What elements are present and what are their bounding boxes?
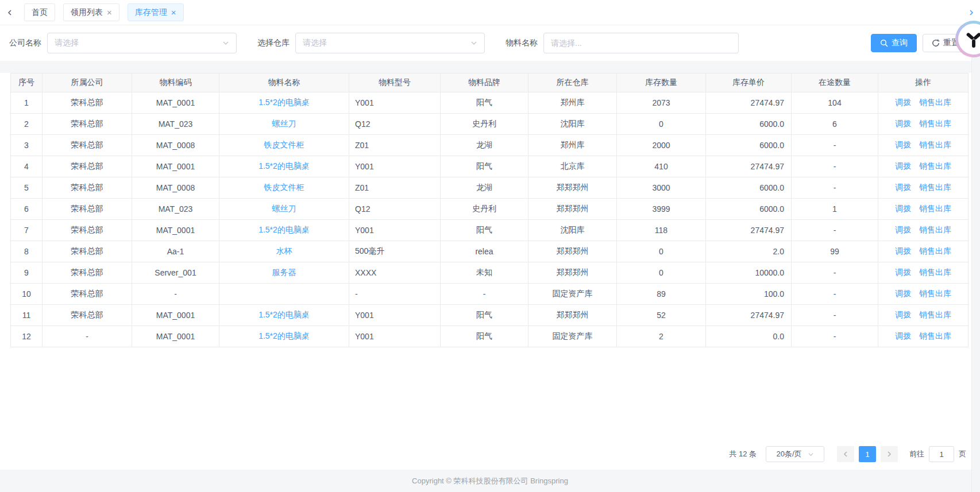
- prev-page-button[interactable]: [837, 446, 854, 462]
- sales-outbound-link[interactable]: 销售出库: [919, 119, 951, 128]
- cell-material-name: 水杯: [219, 241, 349, 262]
- sales-outbound-link[interactable]: 销售出库: [919, 310, 951, 319]
- cell-material-code: MAT_0008: [132, 135, 219, 156]
- material-name-link[interactable]: 1.5*2的电脑桌: [258, 225, 310, 234]
- cell-transit-qty: -: [792, 156, 878, 177]
- cell-transit-qty: 99: [792, 241, 878, 262]
- cell-warehouse: 郑郑郑州: [528, 241, 617, 262]
- cell-company: 荣科总部: [43, 92, 132, 114]
- cell-index: 7: [11, 220, 43, 241]
- cell-unit-price: 6000.0: [706, 135, 792, 156]
- warehouse-filter-group: 选择仓库 请选择: [257, 33, 485, 53]
- cell-company: 荣科总部: [43, 241, 132, 262]
- cell-stock-qty: 89: [617, 284, 706, 305]
- filter-bar: 公司名称 请选择 选择仓库 请选择 物料名称 查询 重置: [0, 25, 980, 61]
- cell-material-model: -: [349, 284, 441, 305]
- sales-outbound-link[interactable]: 销售出库: [919, 246, 951, 255]
- chevron-left-icon: [6, 9, 13, 16]
- page-size-select[interactable]: 20条/页: [766, 446, 824, 462]
- tab-scroll-left-button[interactable]: [3, 4, 16, 21]
- cell-stock-qty: 2: [617, 326, 706, 347]
- table-row: 6荣科总部MAT_023螺丝刀Q12史丹利郑郑郑州39996000.01调拨销售…: [11, 199, 969, 220]
- sales-outbound-link[interactable]: 销售出库: [919, 161, 951, 171]
- cell-index: 1: [11, 92, 43, 114]
- material-name-link[interactable]: 水杯: [276, 246, 292, 255]
- transfer-link[interactable]: 调拨: [895, 268, 911, 277]
- cell-material-code: MAT_023: [132, 199, 219, 220]
- tab-scroll-right-button[interactable]: [965, 4, 978, 21]
- cell-material-brand: 未知: [441, 262, 528, 284]
- column-header-warehouse: 所在仓库: [528, 73, 617, 92]
- material-name-input[interactable]: [543, 33, 739, 53]
- transfer-link[interactable]: 调拨: [895, 161, 911, 171]
- current-page-button[interactable]: 1: [859, 446, 876, 462]
- table-header-row: 序号所属公司物料编码物料名称物料型号物料品牌所在仓库库存数量库存单价在途数量操作: [11, 73, 969, 92]
- cell-material-brand: -: [441, 284, 528, 305]
- cell-index: 10: [11, 284, 43, 305]
- cell-stock-qty: 0: [617, 262, 706, 284]
- material-name-link[interactable]: 1.5*2的电脑桌: [258, 331, 310, 340]
- cell-stock-qty: 3999: [617, 199, 706, 220]
- goto-page-input[interactable]: [929, 446, 954, 462]
- transfer-link[interactable]: 调拨: [895, 183, 911, 192]
- transfer-link[interactable]: 调拨: [895, 246, 911, 255]
- cell-stock-qty: 52: [617, 305, 706, 326]
- material-name-link[interactable]: 铁皮文件柜: [264, 140, 304, 149]
- material-name-link[interactable]: 服务器: [272, 268, 296, 277]
- tab-close-icon[interactable]: ×: [171, 8, 176, 17]
- cell-material-model: Q12: [349, 199, 441, 220]
- next-page-button[interactable]: [881, 446, 898, 462]
- cell-material-code: MAT_0001: [132, 92, 219, 114]
- cell-material-model: Y001: [349, 156, 441, 177]
- cell-unit-price: 2.0: [706, 241, 792, 262]
- cell-material-name: 螺丝刀: [219, 114, 349, 135]
- tab-首页[interactable]: 首页: [24, 3, 55, 21]
- cell-unit-price: 100.0: [706, 284, 792, 305]
- cell-stock-qty: 2000: [617, 135, 706, 156]
- transfer-link[interactable]: 调拨: [895, 289, 911, 298]
- material-name-link[interactable]: 螺丝刀: [272, 204, 296, 213]
- chevron-down-icon: [222, 40, 229, 47]
- cell-warehouse: 郑郑郑州: [528, 305, 617, 326]
- tab-库存管理[interactable]: 库存管理×: [128, 3, 184, 21]
- transfer-link[interactable]: 调拨: [895, 98, 911, 107]
- transfer-link[interactable]: 调拨: [895, 119, 911, 128]
- tab-领用列表[interactable]: 领用列表×: [63, 3, 119, 21]
- cell-transit-qty: -: [792, 135, 878, 156]
- cell-unit-price: 6000.0: [706, 114, 792, 135]
- material-name-link[interactable]: 1.5*2的电脑桌: [258, 98, 310, 107]
- table-row: 5荣科总部MAT_0008铁皮文件柜Z01龙湖郑郑郑州30006000.0-调拨…: [11, 177, 969, 199]
- sales-outbound-link[interactable]: 销售出库: [919, 183, 951, 192]
- sales-outbound-link[interactable]: 销售出库: [919, 98, 951, 107]
- table-row: 12-MAT_00011.5*2的电脑桌Y001阳气固定资产库20.0-调拨销售…: [11, 326, 969, 347]
- scrollbar-track[interactable]: [971, 25, 980, 492]
- tab-close-icon[interactable]: ×: [107, 8, 112, 17]
- sales-outbound-link[interactable]: 销售出库: [919, 331, 951, 340]
- tab-label: 库存管理: [135, 7, 167, 18]
- transfer-link[interactable]: 调拨: [895, 310, 911, 319]
- material-name-link[interactable]: 1.5*2的电脑桌: [258, 161, 310, 171]
- cell-warehouse: 北京库: [528, 156, 617, 177]
- cell-transit-qty: -: [792, 284, 878, 305]
- company-select[interactable]: 请选择: [47, 33, 237, 53]
- sales-outbound-link[interactable]: 销售出库: [919, 289, 951, 298]
- warehouse-select[interactable]: 请选择: [295, 33, 485, 53]
- sales-outbound-link[interactable]: 销售出库: [919, 140, 951, 149]
- cell-material-model: 500毫升: [349, 241, 441, 262]
- cell-unit-price: 0.0: [706, 326, 792, 347]
- sales-outbound-link[interactable]: 销售出库: [919, 204, 951, 213]
- material-name-link[interactable]: 螺丝刀: [272, 119, 296, 128]
- bringspring-logo-icon: [958, 24, 980, 55]
- chevron-right-icon: [968, 9, 975, 16]
- sales-outbound-link[interactable]: 销售出库: [919, 225, 951, 234]
- search-button[interactable]: 查询: [871, 34, 917, 52]
- cell-material-code: MAT_0001: [132, 156, 219, 177]
- transfer-link[interactable]: 调拨: [895, 140, 911, 149]
- sales-outbound-link[interactable]: 销售出库: [919, 268, 951, 277]
- transfer-link[interactable]: 调拨: [895, 331, 911, 340]
- transfer-link[interactable]: 调拨: [895, 225, 911, 234]
- material-name-link[interactable]: 铁皮文件柜: [264, 183, 304, 192]
- transfer-link[interactable]: 调拨: [895, 204, 911, 213]
- cell-material-brand: 龙湖: [441, 177, 528, 199]
- material-name-link[interactable]: 1.5*2的电脑桌: [258, 310, 310, 319]
